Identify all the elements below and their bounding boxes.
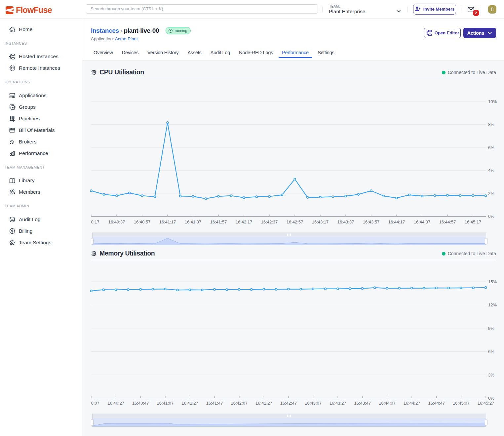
svg-text:16:45:17: 16:45:17: [465, 219, 482, 224]
svg-text:6%: 6%: [488, 145, 494, 150]
svg-text:16:42:37: 16:42:37: [261, 219, 278, 224]
svg-text:16:43:37: 16:43:37: [337, 219, 354, 224]
svg-text:16:44:37: 16:44:37: [414, 219, 431, 224]
svg-text:15%: 15%: [488, 279, 497, 284]
svg-text:3%: 3%: [488, 373, 494, 377]
svg-text:16:41:47: 16:41:47: [206, 401, 223, 406]
svg-text:16:41:17: 16:41:17: [159, 219, 176, 224]
svg-text:9%: 9%: [488, 326, 494, 331]
svg-text:12%: 12%: [488, 302, 497, 307]
svg-text:16:43:27: 16:43:27: [330, 401, 346, 406]
svg-text:2%: 2%: [488, 191, 494, 196]
svg-text:16:40:57: 16:40:57: [134, 219, 151, 224]
svg-text:16:42:17: 16:42:17: [236, 219, 252, 224]
svg-text:16:42:07: 16:42:07: [231, 401, 248, 406]
svg-text:16:44:57: 16:44:57: [439, 219, 456, 224]
svg-text:16:43:07: 16:43:07: [305, 401, 322, 406]
svg-text:10%: 10%: [488, 99, 497, 104]
svg-text:0%: 0%: [488, 396, 494, 401]
svg-text:16:41:57: 16:41:57: [210, 219, 227, 224]
svg-text:16:41:37: 16:41:37: [185, 219, 202, 224]
svg-text:16:43:57: 16:43:57: [363, 219, 380, 224]
svg-text:16:44:17: 16:44:17: [388, 219, 405, 224]
svg-text:16:42:27: 16:42:27: [255, 401, 272, 406]
svg-text:6%: 6%: [488, 349, 494, 354]
svg-text:8%: 8%: [488, 122, 494, 127]
svg-text:16:41:07: 16:41:07: [157, 401, 174, 406]
svg-text:16:40:27: 16:40:27: [107, 401, 124, 406]
svg-text:16:40:47: 16:40:47: [132, 401, 149, 406]
svg-text:16:43:17: 16:43:17: [312, 219, 329, 224]
svg-text:0:07: 0:07: [91, 401, 99, 406]
svg-text:16:45:07: 16:45:07: [453, 401, 470, 406]
svg-text:16:42:47: 16:42:47: [280, 401, 297, 406]
svg-text:16:45:27: 16:45:27: [478, 401, 494, 406]
svg-text:16:43:47: 16:43:47: [354, 401, 371, 406]
svg-text:16:42:57: 16:42:57: [287, 219, 303, 224]
svg-text:16:44:07: 16:44:07: [379, 401, 396, 406]
svg-text:0:17: 0:17: [91, 219, 99, 224]
svg-text:4%: 4%: [488, 168, 494, 173]
svg-text:16:40:37: 16:40:37: [108, 219, 125, 224]
svg-text:0%: 0%: [488, 214, 494, 219]
svg-text:16:44:47: 16:44:47: [428, 401, 445, 406]
svg-text:16:44:27: 16:44:27: [404, 401, 420, 406]
svg-text:16:41:27: 16:41:27: [181, 401, 198, 406]
